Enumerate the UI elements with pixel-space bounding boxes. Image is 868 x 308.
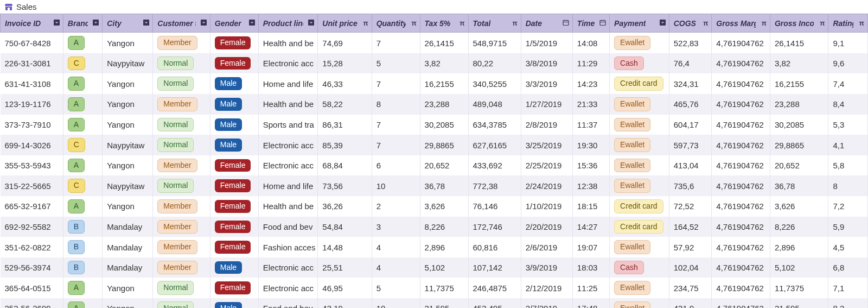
cell-city[interactable]: Yangon — [103, 94, 153, 115]
cell-payment[interactable]: Ewallet — [610, 155, 669, 176]
cell-tax[interactable]: 36,78 — [420, 175, 468, 196]
cell-gross_margin[interactable]: 4,761904762 — [712, 237, 770, 257]
cell-product[interactable]: Fashion acces — [258, 237, 318, 257]
cell-payment[interactable]: Ewallet — [610, 33, 669, 53]
cell-total[interactable]: 772,38 — [468, 175, 521, 196]
cell-city[interactable]: Mandalay — [103, 237, 153, 257]
table-row[interactable]: 665-32-9167AYangonMemberFemaleHealth and… — [1, 196, 868, 217]
cell-gross_margin[interactable]: 4,761904762 — [712, 196, 770, 217]
cell-unit_price[interactable]: 54,84 — [318, 217, 372, 237]
cell-city[interactable]: Yangon — [103, 115, 153, 135]
cell-gender[interactable]: Female — [210, 175, 258, 196]
cell-branch[interactable]: C — [63, 53, 102, 74]
cell-invoice[interactable]: 365-64-0515 — [1, 278, 63, 298]
cell-gross_income[interactable]: 21,595 — [770, 298, 828, 308]
cell-gross_income[interactable]: 3,626 — [770, 196, 828, 217]
cell-customer[interactable]: Normal — [153, 53, 210, 74]
cell-branch[interactable]: B — [63, 237, 102, 257]
cell-branch[interactable]: A — [63, 278, 102, 298]
cell-tax[interactable]: 26,1415 — [420, 33, 468, 53]
cell-product[interactable]: Food and bev — [258, 217, 318, 237]
cell-gross_margin[interactable]: 4,761904762 — [712, 155, 770, 176]
cell-date[interactable]: 2/25/2019 — [521, 155, 572, 176]
cell-product[interactable]: Electronic acc — [258, 155, 318, 176]
cell-gross_income[interactable]: 36,78 — [770, 175, 828, 196]
cell-unit_price[interactable]: 85,39 — [318, 135, 372, 155]
cell-product[interactable]: Electronic acc — [258, 278, 318, 298]
cell-invoice[interactable]: 665-32-9167 — [1, 196, 63, 217]
cell-quantity[interactable]: 2 — [372, 196, 420, 217]
cell-branch[interactable]: A — [63, 73, 102, 94]
cell-total[interactable]: 627,6165 — [468, 135, 521, 155]
cell-rating[interactable]: 9,1 — [828, 33, 868, 53]
cell-invoice[interactable]: 529-56-3974 — [1, 257, 63, 278]
cell-customer[interactable]: Normal — [153, 175, 210, 196]
column-header-gender[interactable]: Gender — [210, 14, 258, 33]
cell-tax[interactable]: 3,82 — [420, 53, 468, 74]
cell-date[interactable]: 2/24/2019 — [521, 175, 572, 196]
cell-total[interactable]: 172,746 — [468, 217, 521, 237]
cell-time[interactable]: 21:33 — [572, 94, 609, 115]
cell-customer[interactable]: Normal — [153, 278, 210, 298]
cell-gender[interactable]: Male — [210, 73, 258, 94]
cell-city[interactable]: Mandalay — [103, 257, 153, 278]
table-row[interactable]: 373-73-7910AYangonNormalMaleSports and t… — [1, 115, 868, 135]
cell-branch[interactable]: C — [63, 175, 102, 196]
cell-gender[interactable]: Male — [210, 257, 258, 278]
cell-quantity[interactable]: 10 — [372, 175, 420, 196]
cell-total[interactable]: 80,22 — [468, 53, 521, 74]
column-header-total[interactable]: Totalπ — [468, 14, 521, 33]
cell-total[interactable]: 340,5255 — [468, 73, 521, 94]
cell-tax[interactable]: 23,288 — [420, 94, 468, 115]
cell-tax[interactable]: 21,595 — [420, 298, 468, 308]
cell-unit_price[interactable]: 14,48 — [318, 237, 372, 257]
cell-unit_price[interactable]: 46,95 — [318, 278, 372, 298]
table-row[interactable]: 226-31-3081CNaypyitawNormalFemaleElectro… — [1, 53, 868, 74]
cell-total[interactable]: 107,142 — [468, 257, 521, 278]
cell-cogs[interactable]: 324,31 — [669, 73, 712, 94]
cell-gross_income[interactable]: 8,226 — [770, 217, 828, 237]
cell-product[interactable]: Health and be — [258, 33, 318, 53]
cell-payment[interactable]: Ewallet — [610, 278, 669, 298]
table-row[interactable]: 699-14-3026CNaypyitawNormalMaleElectroni… — [1, 135, 868, 155]
cell-gender[interactable]: Female — [210, 217, 258, 237]
cell-date[interactable]: 1/10/2019 — [521, 196, 572, 217]
column-header-gross_margin[interactable]: Gross Margi.π — [712, 14, 770, 33]
cell-payment[interactable]: Cash — [610, 53, 669, 74]
cell-product[interactable]: Health and be — [258, 94, 318, 115]
cell-gross_income[interactable]: 29,8865 — [770, 135, 828, 155]
column-header-city[interactable]: City — [103, 14, 153, 33]
cell-city[interactable]: Naypyitaw — [103, 175, 153, 196]
column-header-payment[interactable]: Payment — [610, 14, 669, 33]
cell-gross_margin[interactable]: 4,761904762 — [712, 217, 770, 237]
column-header-unit_price[interactable]: Unit priceπ — [318, 14, 372, 33]
cell-time[interactable]: 15:36 — [572, 155, 609, 176]
cell-branch[interactable]: A — [63, 196, 102, 217]
cell-rating[interactable]: 8,2 — [828, 298, 868, 308]
cell-cogs[interactable]: 164,52 — [669, 217, 712, 237]
cell-cogs[interactable]: 522,83 — [669, 33, 712, 53]
cell-date[interactable]: 2/20/2019 — [521, 217, 572, 237]
cell-tax[interactable]: 11,7375 — [420, 278, 468, 298]
cell-product[interactable]: Home and life — [258, 175, 318, 196]
cell-tax[interactable]: 20,652 — [420, 155, 468, 176]
cell-time[interactable]: 14:27 — [572, 217, 609, 237]
cell-invoice[interactable]: 351-62-0822 — [1, 237, 63, 257]
cell-payment[interactable]: Credit card — [610, 217, 669, 237]
cell-customer[interactable]: Normal — [153, 135, 210, 155]
cell-gross_margin[interactable]: 4,761904762 — [712, 257, 770, 278]
column-header-rating[interactable]: Ratingπ — [828, 14, 868, 33]
cell-gender[interactable]: Female — [210, 155, 258, 176]
cell-tax[interactable]: 30,2085 — [420, 115, 468, 135]
cell-customer[interactable]: Normal — [153, 73, 210, 94]
cell-rating[interactable]: 8,4 — [828, 94, 868, 115]
cell-payment[interactable]: Ewallet — [610, 298, 669, 308]
cell-unit_price[interactable]: 68,84 — [318, 155, 372, 176]
cell-cogs[interactable]: 102,04 — [669, 257, 712, 278]
cell-invoice[interactable]: 373-73-7910 — [1, 115, 63, 135]
cell-payment[interactable]: Cash — [610, 257, 669, 278]
column-header-customer[interactable]: Customer ty — [153, 14, 210, 33]
column-header-product[interactable]: Product line — [258, 14, 318, 33]
cell-rating[interactable]: 5,3 — [828, 115, 868, 135]
cell-branch[interactable]: A — [63, 155, 102, 176]
